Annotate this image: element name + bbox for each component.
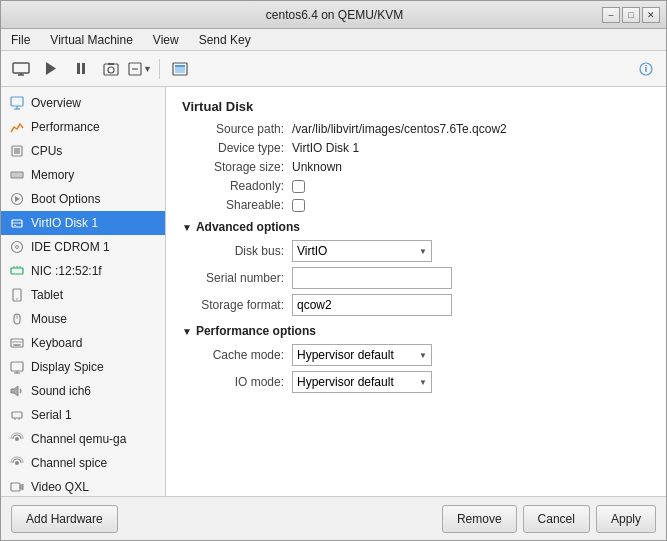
remove-button[interactable]: Remove [442,505,517,533]
toolbar-fullscreen-btn[interactable] [166,56,194,82]
sidebar-item-channel-qemu-ga[interactable]: Channel qemu-ga [1,427,165,451]
cache-mode-select[interactable]: Hypervisor default none writethrough wri… [292,344,432,366]
sidebar-label-performance: Performance [31,120,100,134]
sidebar-item-boot-options[interactable]: Boot Options [1,187,165,211]
sidebar-item-sound-ich6[interactable]: Sound ich6 [1,379,165,403]
disk-bus-label: Disk bus: [182,244,292,258]
disk-bus-select[interactable]: VirtIO IDE SCSI USB SATA [292,240,432,262]
sidebar: Overview Performance CPUs [1,87,166,496]
sidebar-label-serial-1: Serial 1 [31,408,72,422]
io-mode-select-container: Hypervisor default threads native [292,371,432,393]
storage-size-value: Unknown [292,160,342,174]
toolbar: ▼ [1,51,666,87]
cache-mode-label: Cache mode: [182,348,292,362]
titlebar-controls: – □ ✕ [602,7,660,23]
svg-rect-54 [12,412,22,418]
boot-icon [9,191,25,207]
shareable-checkbox[interactable] [292,199,305,212]
tablet-icon [9,287,25,303]
sidebar-label-display-spice: Display Spice [31,360,104,374]
minimize-button[interactable]: – [602,7,620,23]
toolbar-separator [159,59,160,79]
cpus-icon [9,143,25,159]
sidebar-label-sound-ich6: Sound ich6 [31,384,91,398]
channel-qemu-icon [9,431,25,447]
performance-options-header[interactable]: ▼ Performance options [182,324,650,338]
sidebar-label-nic: NIC :12:52:1f [31,264,102,278]
io-mode-label: IO mode: [182,375,292,389]
keyboard-icon [9,335,25,351]
svg-point-34 [16,246,19,249]
storage-format-input[interactable] [292,294,452,316]
sidebar-item-virtio-disk-1[interactable]: VirtIO Disk 1 [1,211,165,235]
sidebar-item-channel-spice[interactable]: Channel spice [1,451,165,475]
menu-send-key[interactable]: Send Key [193,31,257,49]
sidebar-item-serial-1[interactable]: Serial 1 [1,403,165,427]
menu-file[interactable]: File [5,31,36,49]
sidebar-item-memory[interactable]: Memory [1,163,165,187]
content-panel: Virtual Disk Source path: /var/lib/libvi… [166,87,666,496]
sidebar-item-tablet[interactable]: Tablet [1,283,165,307]
toolbar-run-btn[interactable] [37,56,65,82]
svg-rect-43 [11,339,23,347]
sidebar-item-performance[interactable]: Performance [1,115,165,139]
footer-right: Remove Cancel Apply [442,505,656,533]
close-button[interactable]: ✕ [642,7,660,23]
io-mode-row: IO mode: Hypervisor default threads nati… [182,371,650,393]
advanced-options-label: Advanced options [196,220,300,234]
serial-number-label: Serial number: [182,271,292,285]
shareable-label: Shareable: [182,198,292,212]
advanced-arrow: ▼ [182,222,192,233]
svg-rect-59 [11,483,20,491]
sidebar-label-boot-options: Boot Options [31,192,100,206]
footer-left: Add Hardware [11,505,118,533]
sidebar-item-keyboard[interactable]: Keyboard [1,331,165,355]
sidebar-label-tablet: Tablet [31,288,63,302]
menu-virtual-machine[interactable]: Virtual Machine [44,31,139,49]
sidebar-item-nic[interactable]: NIC :12:52:1f [1,259,165,283]
svg-point-40 [16,298,18,300]
svg-rect-0 [13,63,29,73]
section-title: Virtual Disk [182,99,650,114]
svg-point-16 [645,64,647,66]
readonly-row: Readonly: [182,179,650,193]
readonly-checkbox[interactable] [292,180,305,193]
io-mode-select[interactable]: Hypervisor default threads native [292,371,432,393]
titlebar: centos6.4 on QEMU/KVM – □ ✕ [1,1,666,29]
svg-marker-29 [15,196,20,202]
sidebar-item-ide-cdrom-1[interactable]: IDE CDROM 1 [1,235,165,259]
sidebar-item-cpus[interactable]: CPUs [1,139,165,163]
svg-point-32 [14,225,16,227]
svg-point-57 [15,437,19,441]
sidebar-item-video-qxl[interactable]: Video QXL [1,475,165,496]
svg-point-33 [12,242,23,253]
toolbar-info-btn[interactable] [632,56,660,82]
add-hardware-button[interactable]: Add Hardware [11,505,118,533]
toolbar-screenshot-btn[interactable] [97,56,125,82]
device-type-label: Device type: [182,141,292,155]
svg-rect-30 [12,220,22,227]
maximize-button[interactable]: □ [622,7,640,23]
svg-marker-53 [11,386,18,396]
display-icon [9,359,25,375]
svg-rect-17 [11,97,23,106]
serial-number-input[interactable] [292,267,452,289]
sidebar-label-channel-qemu-ga: Channel qemu-ga [31,432,126,446]
toolbar-dropdown[interactable]: ▼ [127,56,153,82]
device-type-row: Device type: VirtIO Disk 1 [182,141,650,155]
serial-icon [9,407,25,423]
cdrom-icon [9,239,25,255]
toolbar-pause-btn[interactable] [67,56,95,82]
memory-icon [9,167,25,183]
toolbar-monitor-btn[interactable] [7,56,35,82]
sidebar-item-mouse[interactable]: Mouse [1,307,165,331]
advanced-options-header[interactable]: ▼ Advanced options [182,220,650,234]
menu-view[interactable]: View [147,31,185,49]
menubar: File Virtual Machine View Send Key [1,29,666,51]
sidebar-item-display-spice[interactable]: Display Spice [1,355,165,379]
shareable-row: Shareable: [182,198,650,212]
apply-button[interactable]: Apply [596,505,656,533]
cancel-button[interactable]: Cancel [523,505,590,533]
device-type-value: VirtIO Disk 1 [292,141,359,155]
sidebar-item-overview[interactable]: Overview [1,91,165,115]
